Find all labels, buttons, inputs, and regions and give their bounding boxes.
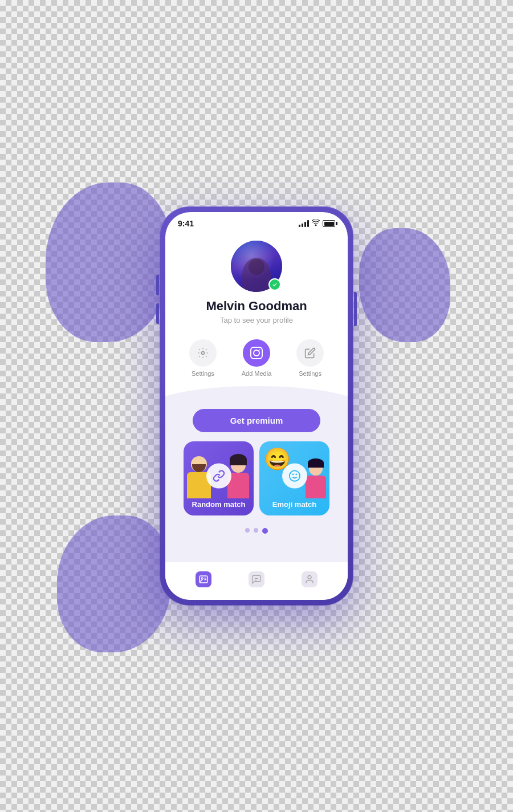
phone-screen: 9:41 [165,212,348,600]
battery-icon [323,220,335,227]
dot-2[interactable] [254,528,258,533]
premium-section: Get premium [165,409,348,547]
settings-right-button[interactable]: Settings [296,339,324,377]
nav-account-button[interactable] [295,568,324,591]
settings-right-icon-circle [296,339,324,367]
bottom-navigation [165,562,348,600]
chat-icon [249,571,264,587]
volume-down-button [156,303,159,324]
avatar-wrapper[interactable] [231,241,282,292]
actions-row: Settings Add Media [165,330,348,381]
get-premium-button[interactable]: Get premium [193,409,320,432]
dot-3-active[interactable] [262,528,268,534]
settings-left-icon-circle [189,339,217,367]
emoji-icon [288,470,301,482]
signal-icon [299,220,309,227]
settings-left-button[interactable]: Settings [189,339,217,377]
match-cards-container: Random match 😄 [177,441,336,515]
add-media-label: Add Media [242,370,272,377]
profile-name: Melvin Goodman [206,299,307,314]
person-nav-icon [304,574,315,584]
wifi-icon [312,220,320,228]
gear-icon [197,347,209,359]
add-media-icon-circle [243,339,270,367]
instagram-icon [250,346,263,360]
phone-mockup: 9:41 [160,206,353,606]
profile-card-icon [196,571,211,587]
link-icon [213,470,225,482]
emoji-match-label: Emoji match [272,500,316,509]
status-bar: 9:41 [165,212,348,232]
settings-right-label: Settings [299,370,321,377]
chat-nav-icon [251,574,262,584]
emoji-match-icon [282,464,307,489]
random-match-card[interactable]: Random match [184,441,254,515]
add-media-button[interactable]: Add Media [242,339,272,377]
random-person-right [227,461,249,498]
wave-divider [165,386,348,409]
emoji-match-card[interactable]: 😄 [259,441,329,515]
settings-left-label: Settings [192,370,214,377]
spacer [165,547,348,562]
svg-rect-1 [251,347,262,359]
dot-1[interactable] [245,528,250,533]
svg-point-8 [201,578,203,579]
verified-badge [268,278,281,291]
blob-bottom [57,515,171,652]
volume-up-button [156,275,159,295]
random-match-icon [206,464,231,489]
svg-point-13 [308,575,311,579]
profile-card-nav-icon [198,574,209,584]
nav-profile-button[interactable] [189,568,218,591]
screen-content: Melvin Goodman Tap to see your profile [165,232,348,562]
emoji-person-right [306,465,326,498]
profile-subtitle: Tap to see your profile [220,316,293,324]
phone-frame: 9:41 [160,206,353,606]
status-time: 9:41 [178,219,194,228]
svg-point-3 [259,350,260,351]
account-icon [302,571,317,587]
wave-background [165,386,348,409]
random-match-label: Random match [192,500,246,509]
nav-messages-button[interactable] [242,568,271,591]
carousel-dots [245,521,268,538]
profile-section[interactable]: Melvin Goodman Tap to see your profile [165,232,348,330]
svg-point-2 [254,350,259,356]
svg-point-4 [289,470,299,481]
blob-left [46,182,171,342]
svg-point-0 [201,352,204,355]
power-button [354,292,357,326]
edit-icon [304,347,316,359]
blob-right [359,228,450,342]
status-icons [299,220,335,228]
